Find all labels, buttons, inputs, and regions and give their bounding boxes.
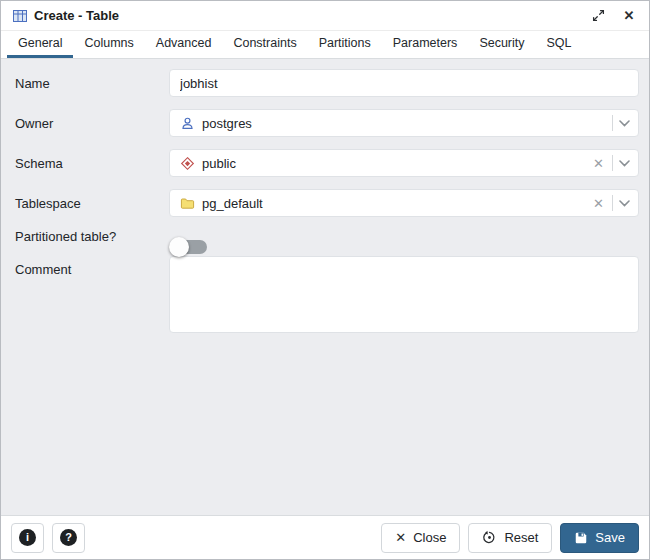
tab-constraints[interactable]: Constraints [222, 31, 307, 58]
clear-icon[interactable]: ✕ [591, 197, 606, 210]
save-button[interactable]: Save [560, 523, 639, 553]
dialog-tabbar: General Columns Advanced Constraints Par… [1, 31, 649, 59]
schema-icon [180, 156, 195, 171]
tab-general[interactable]: General [7, 31, 73, 58]
name-input[interactable] [169, 69, 639, 97]
partitioned-label: Partitioned table? [15, 229, 169, 244]
owner-label: Owner [15, 116, 169, 131]
dialog-footer: i ? ✕ Close Reset [1, 515, 649, 559]
owner-select[interactable]: postgres [169, 109, 639, 137]
chevron-down-icon[interactable] [619, 120, 630, 127]
reset-icon [482, 530, 497, 545]
tab-columns[interactable]: Columns [73, 31, 144, 58]
tab-advanced[interactable]: Advanced [145, 31, 223, 58]
create-table-dialog: Create - Table ✕ General Columns Advance… [0, 0, 650, 560]
partitioned-row: Partitioned table? [15, 229, 639, 244]
tab-parameters[interactable]: Parameters [382, 31, 469, 58]
schema-row: Schema public ✕ [15, 149, 639, 177]
table-icon [13, 9, 27, 23]
tablespace-value: pg_default [202, 196, 263, 211]
info-icon: i [19, 529, 36, 546]
owner-value: postgres [202, 116, 252, 131]
tab-security[interactable]: Security [468, 31, 535, 58]
name-row: Name [15, 69, 639, 97]
owner-row: Owner postgres [15, 109, 639, 137]
maximize-icon[interactable] [590, 8, 606, 24]
user-icon [180, 116, 195, 131]
tablespace-select[interactable]: pg_default ✕ [169, 189, 639, 217]
dialog-titlebar: Create - Table ✕ [1, 1, 649, 31]
help-icon: ? [60, 529, 77, 546]
select-divider [612, 115, 613, 131]
close-icon[interactable]: ✕ [621, 8, 637, 24]
select-divider [612, 155, 613, 171]
general-tab-panel: Name Owner postgres [1, 59, 649, 515]
schema-value: public [202, 156, 236, 171]
info-button[interactable]: i [11, 523, 44, 553]
comment-row: Comment [15, 256, 639, 337]
tab-partitions[interactable]: Partitions [308, 31, 382, 58]
help-button[interactable]: ? [52, 523, 85, 553]
close-x-icon: ✕ [395, 531, 406, 544]
tab-sql[interactable]: SQL [536, 31, 583, 58]
close-button[interactable]: ✕ Close [381, 523, 460, 553]
tablespace-row: Tablespace pg_default ✕ [15, 189, 639, 217]
comment-label: Comment [15, 256, 169, 277]
schema-select[interactable]: public ✕ [169, 149, 639, 177]
chevron-down-icon[interactable] [619, 200, 630, 207]
tablespace-label: Tablespace [15, 196, 169, 211]
save-icon [574, 531, 588, 545]
reset-button[interactable]: Reset [468, 523, 552, 553]
chevron-down-icon[interactable] [619, 160, 630, 167]
comment-textarea[interactable] [169, 256, 639, 333]
clear-icon[interactable]: ✕ [591, 157, 606, 170]
dialog-title: Create - Table [34, 8, 119, 23]
select-divider [612, 195, 613, 211]
folder-icon [180, 196, 195, 211]
schema-label: Schema [15, 156, 169, 171]
name-label: Name [15, 76, 169, 91]
